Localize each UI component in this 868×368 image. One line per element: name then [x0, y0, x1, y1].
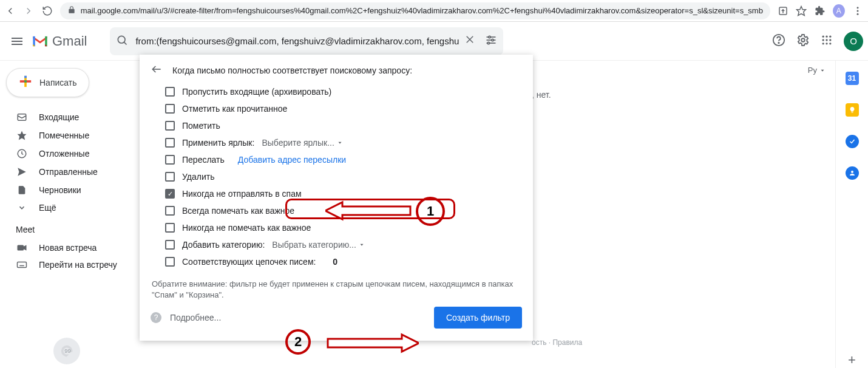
filter-opt-never-spam[interactable]: Никогда не отправлять в спам	[151, 185, 522, 202]
svg-point-3	[856, 7, 858, 9]
filter-opt-delete[interactable]: Удалить	[151, 168, 522, 185]
checkbox-icon[interactable]	[165, 257, 175, 267]
sidebar-item-inbox[interactable]: Входящие	[0, 108, 155, 126]
reload-icon[interactable]	[42, 5, 53, 17]
sidebar-item-label: Ещё	[39, 203, 56, 213]
contacts-icon[interactable]	[846, 166, 859, 180]
checkbox-icon[interactable]	[165, 155, 175, 165]
search-input[interactable]	[135, 36, 464, 46]
checkbox-icon[interactable]	[165, 138, 175, 148]
drafts-icon	[16, 185, 28, 196]
tasks-icon[interactable]	[846, 135, 859, 148]
share-icon[interactable]	[778, 5, 788, 17]
keep-icon[interactable]	[846, 103, 859, 117]
svg-rect-7	[12, 41, 22, 42]
url-text: mail.google.com/mail/u/3/#create-filter/…	[81, 6, 763, 15]
learn-more-link[interactable]: Подробнее...	[170, 313, 221, 322]
sidebar-item-label: Отложенные	[39, 149, 89, 158]
checkbox-icon[interactable]	[165, 172, 175, 182]
clock-icon	[16, 148, 28, 159]
browser-bar: mail.google.com/mail/u/3/#create-filter/…	[0, 0, 868, 22]
compose-button[interactable]: Написать	[6, 68, 89, 97]
svg-rect-35	[18, 114, 26, 121]
sidebar-item-new-meeting[interactable]: Новая встреча	[0, 239, 155, 256]
sidebar-item-snoozed[interactable]: Отложенные	[0, 145, 155, 163]
star-icon[interactable]	[796, 5, 807, 17]
checkbox-icon[interactable]	[165, 223, 175, 233]
search-options-icon[interactable]	[485, 34, 497, 49]
filter-opt-forward[interactable]: Переслать Добавить адрес пересылки	[151, 151, 522, 168]
svg-rect-39	[18, 245, 24, 251]
svg-rect-8	[12, 44, 22, 45]
calendar-icon[interactable]: 31	[846, 72, 859, 85]
filter-opt-mark-read[interactable]: Отметить как прочитанное	[151, 100, 522, 117]
filter-opt-skip-inbox[interactable]: Пропустить входящие (архивировать)	[151, 83, 522, 100]
apps-icon[interactable]	[821, 34, 833, 49]
filter-opt-apply-label[interactable]: Применить ярлык: Выберите ярлык...	[151, 134, 522, 151]
svg-point-24	[829, 35, 831, 37]
label-select[interactable]: Выберите ярлык...	[262, 138, 343, 148]
svg-rect-6	[12, 38, 22, 39]
star-nav-icon	[16, 130, 28, 141]
back-arrow-icon[interactable]	[151, 63, 163, 77]
sidebar-item-label: Помеченные	[39, 131, 89, 140]
svg-point-22	[822, 35, 824, 37]
meet-section-title: Meet	[0, 216, 155, 239]
svg-marker-51	[360, 244, 363, 246]
filter-opt-matching[interactable]: Соответствующих цепочек писем: 0	[151, 253, 522, 270]
url-bar[interactable]: mail.google.com/mail/u/3/#create-filter/…	[60, 2, 770, 19]
add-forward-address-link[interactable]: Добавить адрес пересылки	[238, 155, 346, 165]
clear-search-icon[interactable]	[464, 34, 475, 49]
lock-icon	[67, 5, 76, 16]
search-icon[interactable]	[116, 34, 128, 49]
svg-rect-34	[24, 76, 27, 78]
search-bar[interactable]	[110, 27, 503, 55]
svg-point-28	[822, 43, 824, 44]
extensions-icon[interactable]	[814, 5, 825, 17]
forward-icon[interactable]	[23, 5, 34, 17]
filter-opt-never-important[interactable]: Никогда не помечать как важное	[151, 219, 522, 236]
sidebar-item-join-meeting[interactable]: Перейти на встречу	[0, 256, 155, 273]
hamburger-icon[interactable]	[10, 34, 24, 49]
settings-icon[interactable]	[796, 33, 810, 49]
browser-menu-icon[interactable]	[852, 5, 863, 17]
category-select[interactable]: Выбрать категорию...	[272, 240, 365, 250]
language-switcher[interactable]: Ру	[808, 66, 826, 75]
svg-marker-2	[797, 6, 806, 15]
checkbox-icon[interactable]	[165, 240, 175, 250]
svg-point-16	[492, 39, 493, 41]
create-filter-button[interactable]: Создать фильтр	[434, 307, 522, 329]
chevron-down-icon	[16, 203, 28, 212]
checkbox-icon[interactable]	[165, 189, 175, 199]
svg-marker-40	[24, 245, 27, 251]
svg-point-5	[856, 13, 858, 15]
checkbox-icon[interactable]	[165, 104, 175, 114]
gmail-logo-text: Gmail	[52, 33, 87, 49]
checkbox-icon[interactable]	[165, 87, 175, 97]
sidebar-item-drafts[interactable]: Черновики	[0, 181, 155, 199]
checkbox-icon[interactable]	[165, 206, 175, 216]
hangouts-icon[interactable]: 99	[53, 338, 80, 364]
filter-opt-always-important[interactable]: Всегда помечать как важное	[151, 202, 522, 219]
compose-icon	[19, 75, 32, 90]
svg-marker-47	[821, 69, 824, 71]
support-icon[interactable]	[772, 33, 785, 49]
checkbox-icon[interactable]	[165, 121, 175, 131]
sidebar-item-starred[interactable]: Помеченные	[0, 126, 155, 145]
svg-point-20	[778, 42, 779, 43]
svg-point-29	[826, 43, 827, 44]
add-addon-icon[interactable]: +	[848, 352, 856, 368]
filter-panel: Когда письмо полностью соответствует пои…	[140, 55, 533, 341]
sidebar-item-more[interactable]: Ещё	[0, 199, 155, 216]
browser-avatar[interactable]: A	[833, 4, 845, 18]
account-avatar[interactable]: O	[844, 32, 863, 51]
gmail-logo[interactable]: Gmail	[32, 33, 87, 49]
sidebar: Написать Входящие Помеченные Отложенные …	[0, 61, 155, 368]
help-icon[interactable]: ?	[151, 312, 161, 323]
sidebar-item-label: Входящие	[39, 112, 79, 122]
filter-opt-category[interactable]: Добавить категорию: Выбрать категорию...	[151, 236, 522, 253]
filter-opt-star[interactable]: Пометить	[151, 117, 522, 134]
sidebar-item-sent[interactable]: Отправленные	[0, 163, 155, 181]
svg-marker-38	[18, 168, 26, 176]
back-icon[interactable]	[5, 5, 16, 17]
